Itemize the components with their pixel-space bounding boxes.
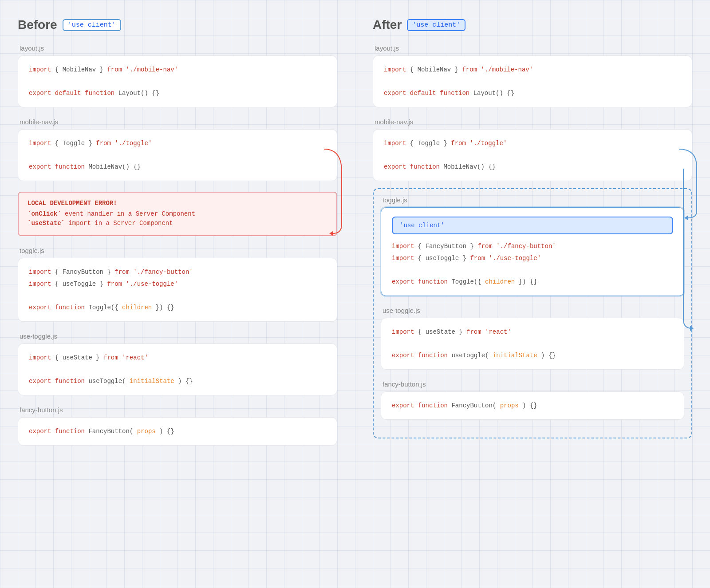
code-line: import { MobileNav } from './mobile-nav' [29, 65, 326, 75]
before-mobilenav-card: import { Toggle } from './toggle' export… [18, 129, 337, 181]
before-layout-card: import { MobileNav } from './mobile-nav'… [18, 55, 337, 107]
code-line: import { useToggle } from './use-toggle' [392, 253, 673, 263]
code-line: import { useState } from 'react' [392, 327, 673, 337]
before-layout-block: layout.js import { MobileNav } from './m… [18, 44, 337, 107]
code-line [384, 150, 681, 160]
after-layout-block: layout.js import { MobileNav } from './m… [373, 44, 692, 107]
code-line: import { useState } from 'react' [29, 353, 326, 363]
before-header: Before 'use client' [18, 18, 337, 32]
after-mobilenav-block: mobile-nav.js import { Toggle } from './… [373, 118, 692, 181]
main-container: Before 'use client' layout.js import { M… [18, 18, 692, 456]
code-line [384, 76, 681, 86]
before-layout-label: layout.js [18, 44, 337, 52]
after-fancybutton-card: export function FancyButton( props ) {} [381, 391, 684, 420]
error-box: LOCAL DEVELOPMENT ERROR! `onClick` event… [18, 192, 337, 236]
after-usetoggle-card: import { useState } from 'react' export … [381, 318, 684, 370]
before-fancybutton-block: fancy-button.js export function FancyBut… [18, 406, 337, 446]
code-line: export function MobileNav() {} [384, 162, 681, 172]
code-line: export function FancyButton( props ) {} [392, 401, 673, 410]
after-usetoggle-label: use-toggle.js [381, 307, 684, 314]
code-line: export function Toggle({ children }) {} [392, 277, 673, 287]
code-line: import { FancyButton } from './fancy-but… [29, 267, 326, 277]
before-column: Before 'use client' layout.js import { M… [18, 18, 337, 456]
after-layout-card: import { MobileNav } from './mobile-nav'… [373, 55, 692, 107]
before-fancybutton-label: fancy-button.js [18, 406, 337, 414]
after-fancybutton-label: fancy-button.js [381, 380, 684, 388]
code-line: import { Toggle } from './toggle' [29, 138, 326, 148]
code-line: import { FancyButton } from './fancy-but… [392, 241, 673, 251]
code-line [29, 150, 326, 160]
code-line: import { useToggle } from './use-toggle' [29, 279, 326, 289]
after-title: After [373, 18, 402, 32]
error-line2: `useState` import in a Server Component [28, 219, 327, 228]
before-usetoggle-block: use-toggle.js import { useState } from '… [18, 332, 337, 395]
code-line: export default function Layout() {} [29, 88, 326, 98]
after-toggle-block: toggle.js 'use client' import { FancyBut… [381, 196, 684, 296]
use-client-directive: 'use client' [392, 217, 673, 234]
after-column: After 'use client' layout.js import { Mo… [373, 18, 692, 456]
error-title: LOCAL DEVELOPMENT ERROR! [28, 200, 327, 207]
error-line1: `onClick` event handler in a Server Comp… [28, 209, 327, 219]
after-mobilenav-card: import { Toggle } from './toggle' export… [373, 129, 692, 181]
after-toggle-card: 'use client' import { FancyButton } from… [381, 207, 684, 296]
before-mobilenav-label: mobile-nav.js [18, 118, 337, 126]
after-usetoggle-block: use-toggle.js import { useState } from '… [381, 307, 684, 370]
before-badge: 'use client' [63, 19, 121, 31]
before-fancybutton-card: export function FancyButton( props ) {} [18, 417, 337, 446]
code-line: export function FancyButton( props ) {} [29, 426, 326, 436]
code-line: export default function Layout() {} [384, 88, 681, 98]
after-fancybutton-block: fancy-button.js export function FancyBut… [381, 380, 684, 420]
before-toggle-card: import { FancyButton } from './fancy-but… [18, 258, 337, 322]
before-title: Before [18, 18, 57, 32]
before-usetoggle-label: use-toggle.js [18, 332, 337, 340]
before-toggle-block: toggle.js import { FancyButton } from '.… [18, 247, 337, 322]
code-line: export function useToggle( initialState … [392, 351, 673, 360]
before-toggle-label: toggle.js [18, 247, 337, 254]
after-toggle-label: toggle.js [381, 196, 684, 204]
code-line: import { MobileNav } from './mobile-nav' [384, 65, 681, 75]
before-mobilenav-block: mobile-nav.js import { Toggle } from './… [18, 118, 337, 181]
before-usetoggle-card: import { useState } from 'react' export … [18, 343, 337, 395]
after-badge: 'use client' [407, 19, 465, 31]
code-line: export function useToggle( initialState … [29, 376, 326, 386]
code-line: export function Toggle({ children }) {} [29, 303, 326, 312]
code-line: import { Toggle } from './toggle' [384, 138, 681, 148]
code-line [29, 364, 326, 374]
after-mobilenav-label: mobile-nav.js [373, 118, 692, 126]
after-layout-label: layout.js [373, 44, 692, 52]
code-line [392, 339, 673, 348]
code-line [29, 291, 326, 300]
code-line [29, 76, 326, 86]
code-line: export function MobileNav() {} [29, 162, 326, 172]
after-header: After 'use client' [373, 18, 692, 32]
client-boundary-box: toggle.js 'use client' import { FancyBut… [373, 188, 692, 438]
code-line [392, 265, 673, 275]
